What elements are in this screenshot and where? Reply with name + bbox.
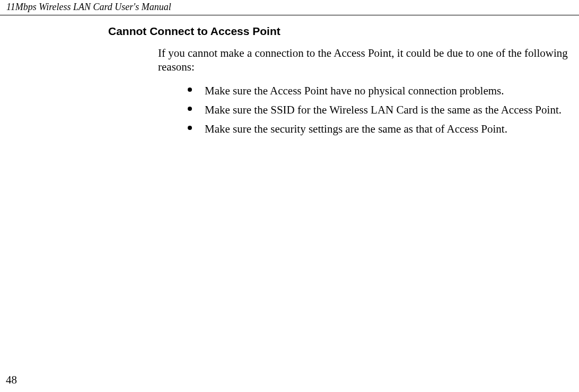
document-header: 11Mbps Wireless LAN Card User's Manual	[0, 0, 579, 15]
list-item: Make sure the security settings are the …	[188, 122, 572, 136]
header-title: 11Mbps Wireless LAN Card User's Manual	[6, 2, 573, 13]
section-heading: Cannot Connect to Access Point	[108, 25, 579, 38]
page-number: 48	[6, 373, 17, 387]
bullet-list: Make sure the Access Point have no physi…	[188, 84, 572, 136]
list-item: Make sure the Access Point have no physi…	[188, 84, 572, 98]
content-area: Cannot Connect to Access Point If you ca…	[0, 15, 579, 136]
list-item: Make sure the SSID for the Wireless LAN …	[188, 103, 572, 117]
intro-paragraph: If you cannot make a connection to the A…	[158, 46, 572, 74]
